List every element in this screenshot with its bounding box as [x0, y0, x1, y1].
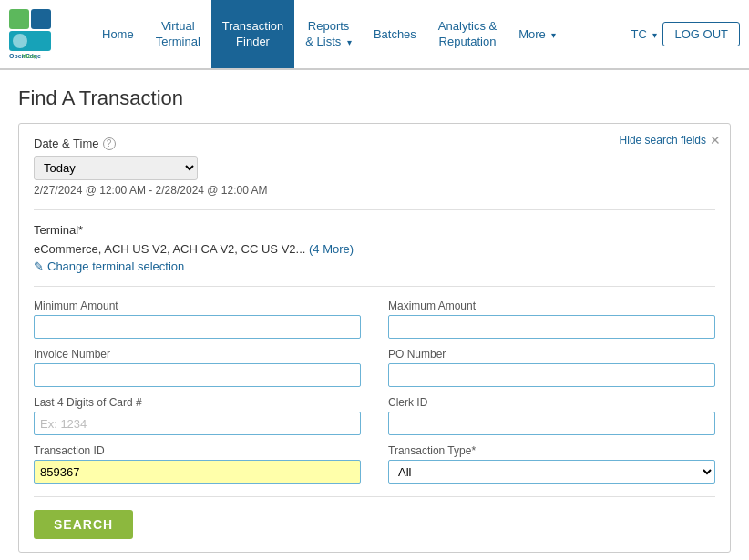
- invoice-number-input[interactable]: [34, 363, 361, 387]
- navigation: Home Virtual Terminal Transaction Finder…: [91, 0, 622, 68]
- clerk-id-input[interactable]: [388, 412, 715, 435]
- main-content: Find A Transaction Hide search fields ✕ …: [0, 70, 749, 560]
- date-time-help-icon[interactable]: ?: [103, 137, 116, 150]
- svg-text:View: View: [22, 53, 36, 59]
- fields-grid: Minimum Amount Maximum Amount Invoice Nu…: [34, 300, 715, 484]
- terminal-value: eCommerce, ACH US V2, ACH CA V2, CC US V…: [34, 242, 715, 256]
- clerk-id-label: Clerk ID: [388, 396, 715, 409]
- invoice-number-label: Invoice Number: [34, 348, 361, 361]
- hide-search-fields-close-icon[interactable]: ✕: [710, 133, 721, 148]
- max-amount-input[interactable]: [388, 315, 715, 339]
- transaction-id-input[interactable]: [34, 460, 361, 484]
- transaction-type-label: Transaction Type*: [388, 444, 715, 457]
- max-amount-label: Maximum Amount: [388, 300, 715, 312]
- invoice-number-group: Invoice Number: [34, 348, 361, 387]
- po-number-group: PO Number: [388, 348, 715, 387]
- transaction-id-group: Transaction ID: [34, 444, 361, 484]
- change-terminal-link[interactable]: ✎ Change terminal selection: [34, 260, 715, 273]
- transaction-type-group: Transaction Type* All Sale Refund Auth O…: [388, 444, 715, 484]
- nav-virtual-terminal[interactable]: Virtual Terminal: [145, 0, 211, 68]
- edit-icon: ✎: [34, 260, 44, 273]
- date-time-label: Date & Time: [34, 137, 99, 150]
- user-controls: TC ▾ LOG OUT: [622, 0, 749, 68]
- nav-analytics-reputation[interactable]: Analytics & Reputation: [427, 0, 508, 68]
- po-number-label: PO Number: [388, 348, 715, 361]
- header: OpenEdge View Home Virtual Terminal Tran…: [0, 0, 749, 70]
- date-select[interactable]: Today Yesterday Last 7 Days Last 30 Days…: [34, 156, 198, 180]
- date-time-section: Date & Time ? Today Yesterday Last 7 Day…: [34, 137, 715, 210]
- nav-home[interactable]: Home: [91, 0, 145, 68]
- terminal-section: Terminal* eCommerce, ACH US V2, ACH CA V…: [34, 223, 715, 287]
- min-amount-group: Minimum Amount: [34, 300, 361, 339]
- max-amount-group: Maximum Amount: [388, 300, 715, 339]
- hide-search-fields-button[interactable]: Hide search fields ✕: [620, 133, 721, 148]
- nav-transaction-finder[interactable]: Transaction Finder: [211, 0, 294, 68]
- user-menu-button[interactable]: TC ▾: [631, 27, 658, 41]
- search-button-area: SEARCH: [34, 510, 715, 539]
- last4-label: Last 4 Digits of Card #: [34, 396, 361, 409]
- search-panel: Hide search fields ✕ Date & Time ? Today…: [18, 123, 731, 553]
- nav-more[interactable]: More ▾: [508, 0, 567, 68]
- svg-rect-0: [9, 9, 29, 29]
- terminal-more-link[interactable]: (4 More): [309, 242, 354, 256]
- transaction-id-label: Transaction ID: [34, 444, 361, 457]
- svg-point-3: [13, 34, 27, 48]
- min-amount-label: Minimum Amount: [34, 300, 361, 312]
- min-amount-input[interactable]: [34, 315, 361, 339]
- svg-rect-1: [31, 9, 51, 29]
- search-button[interactable]: SEARCH: [34, 510, 133, 539]
- openedge-logo: OpenEdge View: [9, 9, 82, 59]
- fields-section: Minimum Amount Maximum Amount Invoice Nu…: [34, 300, 715, 497]
- last4-input[interactable]: [34, 412, 361, 435]
- last4-group: Last 4 Digits of Card #: [34, 396, 361, 435]
- logo: OpenEdge View: [0, 0, 91, 68]
- transaction-type-select[interactable]: All Sale Refund Auth Only Void: [388, 460, 715, 484]
- nav-reports-lists[interactable]: Reports & Lists ▾: [294, 0, 363, 68]
- terminal-label: Terminal*: [34, 223, 715, 237]
- clerk-id-group: Clerk ID: [388, 396, 715, 435]
- page-title: Find A Transaction: [18, 87, 731, 110]
- date-range-text: 2/27/2024 @ 12:00 AM - 2/28/2024 @ 12:00…: [34, 184, 715, 197]
- logout-button[interactable]: LOG OUT: [662, 22, 740, 46]
- po-number-input[interactable]: [388, 363, 715, 387]
- nav-batches[interactable]: Batches: [363, 0, 427, 68]
